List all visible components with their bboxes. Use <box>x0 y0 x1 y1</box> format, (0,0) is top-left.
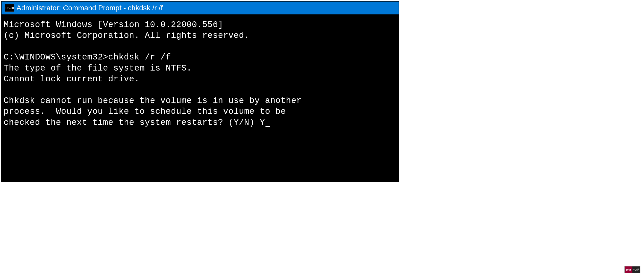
terminal-line-text: checked the next time the system restart… <box>4 118 265 127</box>
cursor-icon <box>265 126 270 127</box>
terminal-line: C:\WINDOWS\system32>chkdsk /r /f <box>4 52 397 63</box>
terminal-line: Chkdsk cannot run because the volume is … <box>4 96 397 106</box>
terminal-line: Microsoft Windows [Version 10.0.22000.55… <box>4 20 397 30</box>
watermark: php 中文网 <box>624 266 640 273</box>
cmd-icon: C:\. <box>5 4 14 12</box>
terminal-line: Cannot lock current drive. <box>4 74 397 85</box>
terminal-line: process. Would you like to schedule this… <box>4 106 397 117</box>
watermark-left: php <box>625 266 632 273</box>
terminal-line: (c) Microsoft Corporation. All rights re… <box>4 30 397 41</box>
terminal-blank-line <box>4 85 397 96</box>
title-bar[interactable]: C:\. Administrator: Command Prompt - chk… <box>2 2 399 14</box>
terminal-prompt-line: checked the next time the system restart… <box>4 117 397 128</box>
command-prompt-window: C:\. Administrator: Command Prompt - chk… <box>1 1 399 182</box>
terminal-body[interactable]: Microsoft Windows [Version 10.0.22000.55… <box>2 14 399 181</box>
watermark-right: 中文网 <box>632 266 640 273</box>
terminal-line: The type of the file system is NTFS. <box>4 63 397 74</box>
window-title: Administrator: Command Prompt - chkdsk /… <box>16 4 163 12</box>
terminal-blank-line <box>4 41 397 52</box>
cmd-icon-text: C:\. <box>5 6 14 10</box>
